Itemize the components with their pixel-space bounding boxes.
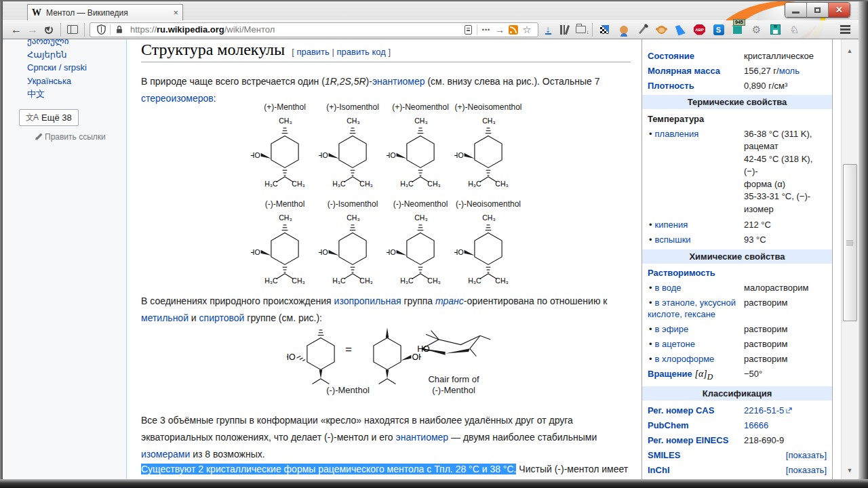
solubility-acetone-link[interactable]: в ацетоне [655, 339, 695, 349]
molecule-structure: OH [353, 314, 421, 394]
infobox-row: •плавления 36-38 °C (311 K), рацемат 42-… [642, 126, 832, 218]
gear-extension-icon[interactable]: ⚙ [751, 24, 762, 35]
isomers-link[interactable]: изомерами [141, 449, 190, 460]
maximize-button[interactable] [807, 3, 829, 17]
infobox-row: Состояние кристаллическое [642, 48, 832, 63]
infobox-row: Температура [642, 111, 832, 126]
eyedropper-extension-icon[interactable] [637, 24, 648, 35]
enantiomer-link[interactable]: энантиомер [372, 76, 425, 87]
solubility-ethanol-link[interactable]: в этаноле, уксусной кислоте, гексане [648, 298, 736, 319]
pubchem-label-link[interactable]: PubChem [648, 420, 689, 430]
close-button[interactable]: ✕ [829, 3, 850, 17]
chemical-properties-header: Химические свойства [642, 249, 832, 264]
isomer-figure[interactable]: (+)-MentholCH₃HOH₃CCH₃ (+)-IsomentholCH₃… [251, 102, 522, 289]
language-item[interactable]: 中文 [27, 87, 126, 101]
cas-number-link[interactable]: 2216-51-5 [744, 405, 784, 415]
stereoisomers-link[interactable]: стереоизомеров [141, 93, 214, 104]
rss-icon[interactable] [507, 23, 520, 37]
window-controls: ✕ [785, 2, 850, 18]
infobox-row: •в эфире растворим [642, 322, 832, 337]
solubility-water-link[interactable]: в воде [655, 283, 682, 293]
adblock-plus-icon[interactable]: ABP [694, 24, 705, 35]
reader-mode-icon[interactable] [461, 23, 475, 37]
molecule-structure: CH₃HOH₃CCH₃ [251, 113, 319, 192]
bookmark-star-icon[interactable]: ☆ [520, 23, 534, 37]
scrollbar-thumb[interactable] [843, 164, 857, 321]
window-border-top [0, 0, 868, 1]
molar-mass-link[interactable]: Молярная масса [648, 66, 720, 76]
boiling-point-link[interactable]: кипения [655, 220, 688, 230]
density-link[interactable]: Плотность [648, 81, 694, 91]
pubchem-id-link[interactable]: 16666 [744, 420, 768, 430]
language-item[interactable]: Հայերեն [27, 48, 126, 62]
send-to-device-icon[interactable]: → [493, 23, 507, 37]
window-border-bottom [0, 479, 868, 488]
scroll-down-arrow-icon[interactable]: ▼ [842, 467, 858, 474]
browser-tab[interactable]: W Ментол — Википедия × [27, 4, 183, 20]
cube-extension-icon[interactable]: 945 [732, 24, 743, 35]
edit-interlanguage-links[interactable]: Править ссылки [38, 132, 126, 142]
enantiomer-link-2[interactable]: энантиомер [396, 432, 449, 443]
cas-label-link[interactable]: Рег. номер CAS [648, 405, 714, 415]
url-text[interactable]: https://ru.wikipedia.org/wiki/Ментол [130, 24, 461, 35]
trans-link[interactable]: транс [435, 296, 464, 306]
page-actions-icon[interactable]: ••• [479, 23, 493, 37]
more-languages-button[interactable]: 文A Ещё 38 [19, 109, 79, 126]
language-item[interactable]: Српски / srpski [27, 61, 126, 75]
smiles-show-link[interactable]: [показать] [786, 450, 827, 460]
edit-code-link[interactable]: править код [337, 47, 386, 57]
melting-point-link[interactable]: плавления [655, 129, 699, 139]
knight-extension-icon[interactable]: ♘ [789, 24, 800, 35]
save-session-extension-icon[interactable] [770, 24, 781, 35]
extension-toolbar: ABP S 945 ⚙ ♘ [599, 24, 800, 35]
svg-text:H₃C: H₃C [400, 277, 414, 285]
smiles-label-link[interactable]: SMILES [648, 450, 680, 460]
tab-title: Ментол — Википедия [46, 8, 169, 18]
url-bar[interactable]: https://ru.wikipedia.org/wiki/Ментол •••… [90, 22, 538, 37]
solubility-chloroform-link[interactable]: в хлороформе [655, 354, 715, 364]
flash-point-link[interactable]: вспышки [655, 235, 691, 245]
solubility-link[interactable]: Растворимость [648, 268, 715, 278]
menu-button[interactable] [840, 25, 853, 34]
infobox-row: •в ацетоне растворим [642, 337, 832, 352]
qr-code-extension-icon[interactable] [599, 24, 610, 35]
svg-text:H₃C: H₃C [332, 277, 346, 285]
solubility-ether-link[interactable]: в эфире [655, 324, 689, 334]
reload-button[interactable] [41, 22, 57, 37]
tracking-shield-icon[interactable] [94, 23, 108, 37]
tab-close-icon[interactable]: × [173, 7, 178, 18]
state-link[interactable]: Состояние [648, 51, 694, 61]
sidebar-toggle-button[interactable] [64, 22, 81, 37]
molecule-structure: CH₃HOH₃CCH₃ [319, 209, 387, 289]
cursor-extension-icon[interactable] [675, 24, 686, 35]
language-item[interactable]: ქართული [27, 39, 126, 48]
svg-text:H₃C: H₃C [332, 180, 346, 188]
s-extension-icon[interactable]: S [713, 24, 724, 35]
minimize-button[interactable] [785, 3, 807, 17]
einecs-label-link[interactable]: Рег. номер EINECS [648, 435, 728, 445]
rotation-link[interactable]: Вращение [648, 369, 692, 379]
page-scrollbar[interactable]: ▲ ▼ [841, 39, 858, 479]
mole-link[interactable]: моль [779, 66, 800, 76]
edit-link[interactable]: править [296, 47, 329, 57]
back-button[interactable]: ← [8, 22, 24, 37]
infobox-row: •в воде малорастворим [642, 281, 832, 296]
lock-icon[interactable] [113, 23, 126, 37]
language-item[interactable]: Українська [27, 75, 126, 88]
extension-badge: 945 [733, 19, 745, 26]
inchi-label-link[interactable]: InChI [648, 465, 670, 475]
scroll-up-arrow-icon[interactable]: ▲ [842, 47, 858, 54]
menthol-conformation-figure[interactable]: HO = OH [127, 313, 507, 399]
inchi-show-link[interactable]: [показать] [786, 465, 827, 475]
infobox-row: •в этаноле, уксусной кислоте, гексане ра… [642, 296, 832, 322]
greasemonkey-extension-icon[interactable] [656, 24, 667, 35]
downloads-button[interactable]: ↓ [540, 22, 556, 37]
isopropyl-link[interactable]: изопропильная [334, 296, 401, 306]
bookmarks-folder-button[interactable] [572, 22, 589, 37]
svg-text:HO: HO [251, 248, 260, 256]
library-button[interactable] [556, 22, 572, 37]
person-extension-icon[interactable] [618, 24, 629, 35]
forward-button[interactable]: → [24, 22, 41, 37]
svg-text:CH₃: CH₃ [292, 180, 304, 188]
svg-text:CH₃: CH₃ [482, 117, 495, 125]
